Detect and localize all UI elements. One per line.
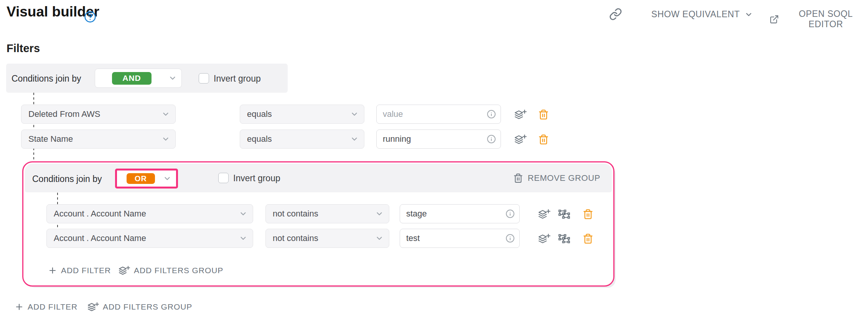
add-filters-group-label: ADD FILTERS GROUP bbox=[134, 266, 223, 275]
delete-filter-button[interactable] bbox=[537, 108, 550, 121]
field-select-value: Deleted From AWS bbox=[28, 109, 100, 119]
info-icon[interactable] bbox=[506, 234, 515, 243]
remove-group-button[interactable]: REMOVE GROUP bbox=[513, 164, 600, 192]
chevron-down-icon bbox=[744, 10, 753, 19]
trash-icon bbox=[513, 173, 523, 183]
invert-group-label: Invert group bbox=[233, 173, 280, 184]
value-input[interactable] bbox=[406, 233, 506, 243]
layers-plus-icon bbox=[538, 233, 550, 244]
chevron-down-icon bbox=[239, 210, 247, 218]
layers-plus-icon bbox=[514, 109, 527, 120]
value-input[interactable] bbox=[406, 209, 506, 219]
chevron-down-icon bbox=[350, 110, 359, 118]
remove-group-label: REMOVE GROUP bbox=[528, 173, 600, 183]
chevron-down-icon bbox=[163, 174, 171, 183]
field-select-value: Account . Account Name bbox=[54, 233, 146, 243]
copy-link-button[interactable] bbox=[609, 8, 622, 21]
delete-filter-button[interactable] bbox=[581, 208, 595, 221]
or-join-dropdown[interactable]: OR bbox=[117, 170, 176, 187]
filters-section-title: Filters bbox=[7, 42, 40, 55]
chevron-down-icon bbox=[239, 234, 247, 243]
info-icon[interactable] bbox=[506, 209, 515, 218]
add-filter-button[interactable]: ADD FILTER bbox=[15, 299, 77, 315]
field-select[interactable]: Deleted From AWS bbox=[21, 105, 176, 124]
filter-row: State Name equals bbox=[0, 129, 868, 149]
move-out-of-group-icon[interactable] bbox=[558, 208, 571, 221]
invert-group-checkbox[interactable] bbox=[218, 173, 229, 183]
filter-row: Deleted From AWS equals bbox=[0, 105, 868, 124]
and-operator-pill: AND bbox=[112, 72, 152, 85]
value-input-wrapper bbox=[376, 105, 501, 124]
layers-plus-icon bbox=[87, 302, 99, 312]
show-equivalent-button[interactable]: SHOW EQUIVALENT bbox=[651, 9, 753, 20]
add-filters-group-icon[interactable] bbox=[538, 208, 551, 221]
trash-icon bbox=[583, 233, 593, 244]
and-join-dropdown[interactable]: AND bbox=[95, 69, 182, 88]
add-filters-group-label: ADD FILTERS GROUP bbox=[103, 302, 192, 311]
filter-row: Account . Account Name not contains bbox=[23, 229, 613, 248]
or-join-dropdown-highlight: OR bbox=[115, 169, 178, 189]
field-select[interactable]: State Name bbox=[21, 129, 176, 149]
help-icon[interactable] bbox=[84, 11, 96, 23]
trash-icon bbox=[583, 209, 593, 220]
chevron-down-icon bbox=[161, 110, 170, 118]
info-icon[interactable] bbox=[487, 134, 496, 144]
add-filter-button[interactable]: ADD FILTER bbox=[48, 263, 111, 278]
show-equivalent-label: SHOW EQUIVALENT bbox=[651, 9, 740, 20]
add-filter-label: ADD FILTER bbox=[61, 266, 111, 275]
move-out-of-group-icon[interactable] bbox=[558, 232, 571, 245]
conditions-join-label: Conditions join by bbox=[12, 74, 81, 84]
field-select[interactable]: Account . Account Name bbox=[46, 204, 253, 223]
operator-select-value: not contains bbox=[273, 233, 318, 243]
add-filter-label: ADD FILTER bbox=[28, 302, 77, 311]
operator-select-value: equals bbox=[247, 109, 272, 119]
external-link-icon bbox=[769, 14, 779, 25]
open-soql-editor-label: OPEN SOQL EDITOR bbox=[784, 9, 868, 30]
operator-select[interactable]: equals bbox=[240, 105, 364, 124]
delete-filter-button[interactable] bbox=[581, 232, 595, 245]
add-filters-group-icon[interactable] bbox=[514, 108, 527, 121]
layers-plus-icon bbox=[538, 209, 550, 220]
value-input-wrapper bbox=[400, 229, 520, 248]
delete-filter-button[interactable] bbox=[537, 133, 550, 146]
value-input[interactable] bbox=[383, 109, 487, 119]
invert-group-label: Invert group bbox=[214, 74, 261, 84]
conditions-join-label: Conditions join by bbox=[32, 174, 102, 184]
invert-group-checkbox[interactable] bbox=[199, 73, 209, 84]
add-filters-group-icon[interactable] bbox=[514, 133, 527, 146]
operator-select-value: equals bbox=[247, 134, 272, 144]
trash-icon bbox=[538, 134, 549, 145]
operator-select[interactable]: not contains bbox=[265, 229, 389, 248]
info-icon[interactable] bbox=[487, 110, 496, 119]
chevron-down-icon bbox=[375, 210, 384, 218]
operator-select[interactable]: not contains bbox=[265, 204, 389, 223]
layers-plus-icon bbox=[514, 134, 527, 145]
operator-select-value: not contains bbox=[273, 209, 318, 219]
filter-row: Account . Account Name not contains bbox=[23, 204, 613, 223]
link-icon bbox=[609, 8, 622, 21]
value-input[interactable] bbox=[383, 134, 487, 144]
plus-icon bbox=[48, 266, 57, 275]
layers-plus-icon bbox=[119, 266, 130, 275]
add-filters-group-button[interactable]: ADD FILTERS GROUP bbox=[87, 299, 192, 315]
add-filters-group-icon[interactable] bbox=[538, 232, 551, 245]
value-input-wrapper bbox=[376, 129, 501, 149]
value-input-wrapper bbox=[400, 204, 520, 223]
frames-icon bbox=[558, 233, 570, 244]
chevron-down-icon bbox=[350, 135, 359, 143]
help-circle-icon bbox=[84, 11, 96, 23]
visual-builder-screen: Visual builder SHOW EQUIVALENT OPEN SOQL… bbox=[0, 0, 868, 318]
open-soql-editor-button[interactable]: OPEN SOQL EDITOR bbox=[769, 9, 868, 30]
nested-join-bar: Conditions join by OR Invert group REMOV… bbox=[25, 164, 612, 192]
add-filters-group-button[interactable]: ADD FILTERS GROUP bbox=[119, 263, 223, 278]
chevron-down-icon bbox=[375, 234, 384, 243]
chevron-down-icon bbox=[168, 74, 177, 82]
connector-line bbox=[33, 93, 34, 162]
operator-select[interactable]: equals bbox=[240, 129, 364, 149]
root-join-bar: Conditions join by AND Invert group bbox=[6, 64, 288, 93]
nested-filter-group: Conditions join by OR Invert group REMOV… bbox=[22, 161, 614, 287]
field-select-value: State Name bbox=[28, 134, 73, 144]
field-select-value: Account . Account Name bbox=[54, 209, 146, 219]
plus-icon bbox=[15, 302, 24, 311]
field-select[interactable]: Account . Account Name bbox=[46, 229, 253, 248]
